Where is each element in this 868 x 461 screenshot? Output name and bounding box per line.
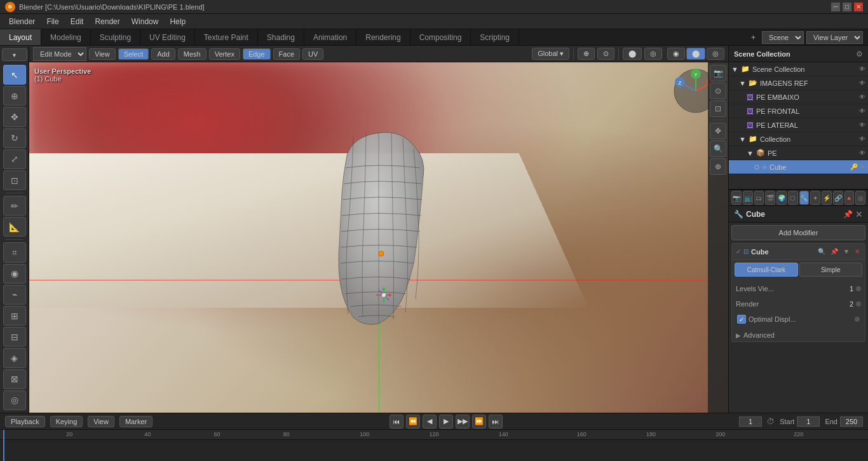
menu-file[interactable]: File [41, 16, 64, 27]
knife-tool-button[interactable]: ⊟ [3, 327, 26, 347]
render-levels-value[interactable]: 2 [828, 300, 853, 308]
outliner-row-cube[interactable]: ⬡ ◈ Cube 🔑 👁 [729, 160, 868, 174]
modifier-props-icon[interactable]: 🔧 [799, 191, 810, 205]
play-button[interactable]: ▶ [439, 415, 453, 429]
playhead[interactable] [3, 430, 4, 461]
select-tool-button[interactable]: ↖ [3, 65, 26, 85]
edge-menu-button[interactable]: Edge [243, 48, 271, 60]
zoom-in-button[interactable]: ⊕ [710, 158, 726, 175]
collection-visibility-icon[interactable]: 👁 [859, 135, 865, 142]
mesh-menu-button[interactable]: Mesh [178, 48, 207, 60]
step-forward-button[interactable]: ▶▶ [456, 415, 470, 429]
output-props-icon[interactable]: 📺 [743, 191, 753, 205]
rendered-shade-button[interactable]: ◎ [707, 48, 724, 60]
menu-edit[interactable]: Edit [65, 16, 89, 27]
menu-render[interactable]: Render [90, 16, 125, 27]
advanced-row[interactable]: ▶ Advanced [732, 329, 865, 341]
uv-menu-button[interactable]: UV [302, 48, 323, 60]
levels-viewport-dot[interactable] [856, 286, 861, 291]
select-menu-button[interactable]: Select [118, 48, 149, 60]
imagens-ref-visibility-icon[interactable]: 👁 [859, 79, 865, 86]
maximize-button[interactable]: □ [843, 3, 851, 11]
outliner-row-pe-lateral[interactable]: 🖼 PE LATERAL 👁 [729, 118, 868, 132]
mod-x-icon[interactable]: ✕ [853, 247, 861, 256]
current-frame-value[interactable]: 1 [739, 416, 762, 427]
world-props-icon[interactable]: 🌍 [776, 191, 787, 205]
mod-pin-icon[interactable]: 📌 [829, 247, 839, 256]
tab-sculpting[interactable]: Sculpting [91, 29, 140, 45]
start-frame-value[interactable]: 1 [797, 416, 820, 427]
menu-help[interactable]: Help [165, 16, 191, 27]
simple-button[interactable]: Simple [799, 263, 863, 277]
perspective-toggle-button[interactable]: ⊙ [710, 83, 726, 99]
prev-keyframe-button[interactable]: ⏪ [406, 415, 420, 429]
face-menu-button[interactable]: Face [273, 48, 300, 60]
rotate-tool-button[interactable]: ↻ [3, 128, 26, 148]
tab-shading[interactable]: Shading [258, 29, 304, 45]
visibility-icon[interactable]: 👁 [859, 65, 865, 72]
object-props-icon[interactable]: ⬡ [788, 191, 798, 205]
end-frame-value[interactable]: 250 [840, 416, 863, 427]
cube-key-icon[interactable]: 🔑 [850, 163, 858, 170]
playback-menu-button[interactable]: Playback [5, 416, 45, 427]
particles-props-icon[interactable]: ✦ [810, 191, 820, 205]
snap-button[interactable]: ⊕ [578, 48, 595, 60]
mode-dropdown[interactable]: ▾ [2, 48, 27, 61]
camera-view-button[interactable]: 📷 [710, 65, 726, 81]
view-menu-button[interactable]: View [89, 48, 116, 60]
jump-start-button[interactable]: ⏮ [390, 415, 403, 429]
step-back-button[interactable]: ◀ [423, 415, 437, 429]
optimal-display-dot[interactable] [855, 317, 860, 322]
mod-down-icon[interactable]: ▼ [842, 247, 851, 256]
mod-check-icon[interactable]: ✓ [736, 248, 741, 255]
keying-menu-button[interactable]: Keying [50, 416, 83, 427]
vertex-menu-button[interactable]: Vertex [209, 48, 240, 60]
overlay-button[interactable]: ⬤ [623, 48, 642, 60]
render-levels-dot[interactable] [856, 301, 861, 306]
menu-window[interactable]: Window [126, 16, 164, 27]
annotate-tool-button[interactable]: ✏ [3, 196, 26, 216]
pe-embaixo-visibility-icon[interactable]: 👁 [859, 93, 865, 100]
edit-mode-dropdown[interactable]: Edit Mode [33, 47, 86, 61]
data-props-icon[interactable]: 🔺 [844, 191, 855, 205]
move-tool-button[interactable]: ✥ [3, 107, 26, 127]
pe-lateral-visibility-icon[interactable]: 👁 [859, 121, 865, 128]
physics-props-icon[interactable]: ⚡ [822, 191, 832, 205]
bevel-tool-button[interactable]: ⌁ [3, 285, 26, 305]
outliner-row-pe-embaixo[interactable]: 🖼 PE EMBAIXO 👁 [729, 90, 868, 104]
filter-icon[interactable]: ⚙ [856, 50, 863, 58]
add-workspace-button[interactable]: + [747, 33, 759, 42]
pe-visibility-icon[interactable]: 👁 [859, 149, 865, 156]
properties-close-icon[interactable]: ✕ [855, 209, 863, 219]
inset-tool-button[interactable]: ◉ [3, 264, 26, 284]
solid-shade-button[interactable]: ◉ [667, 48, 685, 60]
marker-button[interactable]: Marker [119, 416, 153, 427]
constraints-props-icon[interactable]: 🔗 [833, 191, 843, 205]
outliner-row-pe-frontal[interactable]: 🖼 PE FRONTAL 👁 [729, 104, 868, 118]
scene-props-icon[interactable]: 🎬 [765, 191, 775, 205]
outliner-row-collection[interactable]: ▼ 📁 Collection 👁 [729, 132, 868, 146]
cursor-tool-button[interactable]: ⊕ [3, 86, 26, 106]
next-keyframe-button[interactable]: ⏩ [472, 415, 486, 429]
tab-layout[interactable]: Layout [0, 29, 41, 45]
render-props-icon[interactable]: 📷 [731, 191, 742, 205]
cube-visibility-icon[interactable]: 👁 [859, 163, 865, 170]
local-view-button[interactable]: ⊡ [710, 100, 726, 117]
jump-end-button[interactable]: ⏭ [489, 415, 503, 429]
material-props-icon[interactable]: ◎ [855, 191, 865, 205]
extrude-tool-button[interactable]: ⌗ [3, 242, 26, 262]
outliner-row-scene-collection[interactable]: ▼ 📁 Scene Collection 👁 [729, 62, 868, 76]
proportional-button[interactable]: ⊙ [597, 48, 614, 60]
zoom-out-button[interactable]: 🔍 [710, 141, 726, 157]
tab-rendering[interactable]: Rendering [356, 29, 410, 45]
timeline-track[interactable]: 20 40 60 80 100 120 140 160 180 200 220 [0, 430, 868, 461]
catmull-clark-button[interactable]: Catmull-Clark [735, 263, 798, 277]
measure-tool-button[interactable]: 📐 [3, 217, 26, 237]
menu-blender[interactable]: Blender [4, 16, 40, 27]
tab-uv-editing[interactable]: UV Editing [140, 29, 195, 45]
timeline-view-button[interactable]: View [88, 416, 114, 427]
transform-tool-button[interactable]: ⊡ [3, 170, 26, 190]
material-shade-button[interactable]: ⬤ [686, 48, 705, 60]
smooth-tool-button[interactable]: ◎ [3, 390, 26, 410]
pe-frontal-visibility-icon[interactable]: 👁 [859, 107, 865, 114]
